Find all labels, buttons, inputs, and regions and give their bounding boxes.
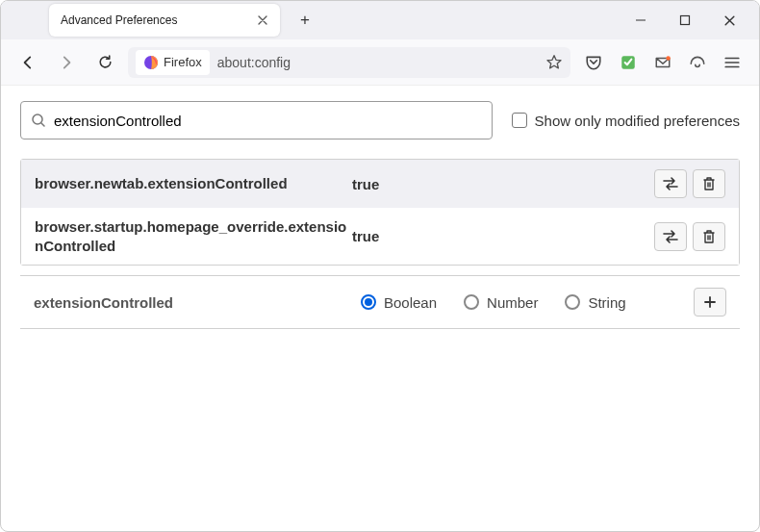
search-icon — [31, 113, 46, 128]
new-preference-row: extensionControlled Boolean Number Strin… — [20, 275, 740, 328]
mail-icon[interactable] — [647, 47, 678, 78]
radio-label: Number — [487, 294, 538, 311]
close-window-button[interactable] — [709, 5, 749, 36]
back-button[interactable] — [13, 47, 43, 78]
search-input[interactable] — [46, 113, 482, 129]
delete-button[interactable] — [693, 169, 725, 198]
radio-label: String — [588, 294, 625, 311]
tab-title: Advanced Preferences — [61, 13, 177, 27]
radio-icon — [464, 294, 479, 310]
maximize-button[interactable] — [665, 5, 705, 36]
minimize-button[interactable] — [621, 5, 661, 36]
reload-button[interactable] — [89, 47, 120, 78]
toggle-button[interactable] — [654, 222, 687, 251]
window-controls — [621, 5, 759, 36]
identity-badge[interactable]: Firefox — [136, 50, 210, 75]
browser-tab[interactable]: Advanced Preferences — [49, 4, 280, 37]
new-preference-name: extensionControlled — [34, 294, 351, 311]
bookmark-star-icon[interactable] — [545, 54, 563, 71]
radio-boolean[interactable]: Boolean — [361, 294, 437, 311]
radio-number[interactable]: Number — [464, 294, 538, 311]
svg-point-3 — [666, 56, 671, 61]
checkbox-icon[interactable] — [512, 113, 527, 128]
forward-button[interactable] — [51, 47, 82, 78]
radio-icon — [361, 294, 376, 310]
preference-row[interactable]: browser.startup.homepage_override.extens… — [21, 208, 739, 265]
radio-icon — [565, 294, 580, 310]
preference-value: true — [352, 228, 654, 244]
search-box[interactable] — [20, 101, 493, 139]
pocket-icon[interactable] — [578, 47, 609, 78]
preference-name: browser.newtab.extensionControlled — [35, 174, 352, 193]
address-bar[interactable]: Firefox about:config — [128, 47, 570, 78]
navbar: Firefox about:config — [1, 39, 759, 86]
delete-button[interactable] — [693, 222, 725, 251]
firefox-logo-icon — [143, 55, 159, 70]
preference-name: browser.startup.homepage_override.extens… — [35, 217, 352, 255]
content-area: pcrisk.com Show only modified preference… — [1, 86, 759, 353]
radio-label: Boolean — [384, 294, 437, 311]
preference-value: true — [352, 176, 654, 192]
extension-icon[interactable] — [613, 47, 644, 78]
preferences-table: browser.newtab.extensionControlled true … — [20, 159, 740, 266]
identity-label: Firefox — [164, 55, 202, 69]
show-modified-checkbox[interactable]: Show only modified preferences — [512, 113, 740, 129]
close-tab-icon[interactable] — [257, 14, 268, 26]
preference-row[interactable]: browser.newtab.extensionControlled true — [21, 160, 739, 208]
toggle-button[interactable] — [654, 169, 687, 198]
checkbox-label: Show only modified preferences — [535, 113, 740, 129]
url-text: about:config — [217, 55, 291, 70]
svg-rect-0 — [681, 16, 690, 25]
profile-icon[interactable] — [682, 47, 713, 78]
menu-icon[interactable] — [717, 47, 747, 78]
radio-string[interactable]: String — [565, 294, 625, 311]
new-tab-button[interactable]: + — [291, 7, 318, 34]
titlebar: Advanced Preferences + — [1, 1, 759, 39]
add-button[interactable] — [694, 288, 726, 317]
type-radio-group: Boolean Number String — [361, 294, 684, 311]
